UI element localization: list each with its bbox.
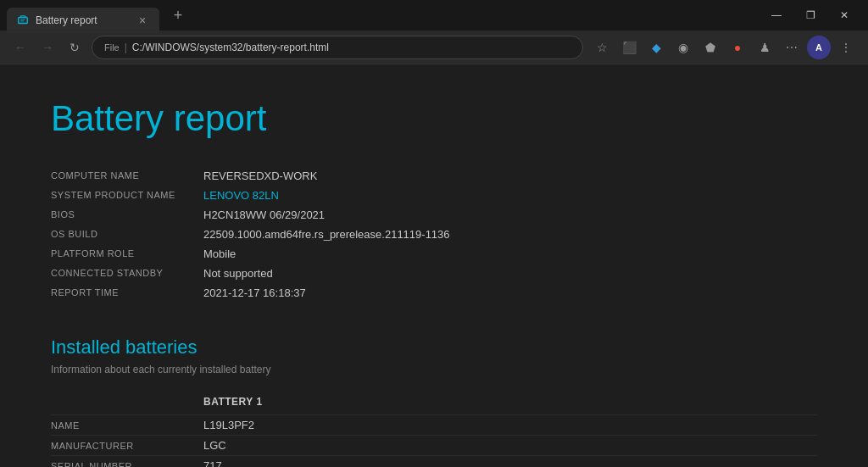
- tab-close-button[interactable]: ×: [136, 14, 149, 27]
- address-separator: |: [125, 42, 127, 53]
- battery-row-label: NAME: [51, 420, 203, 431]
- extensions-button[interactable]: ⋯: [780, 36, 804, 59]
- info-label: PLATFORM ROLE: [51, 247, 203, 259]
- battery-row-label: MANUFACTURER: [51, 441, 203, 451]
- info-label: COMPUTER NAME: [51, 170, 203, 181]
- info-value: Mobile: [203, 247, 236, 260]
- forward-button[interactable]: →: [37, 37, 58, 58]
- info-value: 22509.1000.amd64fre.rs_prerelease.211119…: [203, 228, 450, 241]
- info-label: CONNECTED STANDBY: [51, 267, 203, 278]
- info-label: BIOS: [51, 208, 203, 220]
- window-controls: — ❐ ✕: [760, 0, 861, 31]
- info-row: CONNECTED STANDBY Not supported: [51, 264, 817, 283]
- info-label: OS BUILD: [51, 228, 203, 239]
- info-label: REPORT TIME: [51, 286, 203, 297]
- info-value: LENOVO 82LN: [203, 189, 279, 202]
- address-bar: ← → ↻ File | C:/WINDOWS/system32/battery…: [0, 31, 868, 64]
- battery-data-row: MANUFACTURER LGC: [51, 435, 817, 455]
- info-value: Not supported: [203, 267, 273, 280]
- info-value: REVERSEDXD-WORK: [203, 170, 317, 182]
- extension-icon-6[interactable]: ♟: [753, 36, 776, 59]
- new-tab-button[interactable]: +: [166, 3, 190, 27]
- tab-bar: Battery report × + — ❐ ✕: [0, 0, 868, 31]
- info-value: H2CN18WW 06/29/2021: [203, 208, 325, 221]
- address-url: C:/WINDOWS/system32/battery-report.html: [132, 42, 329, 53]
- star-icon[interactable]: ☆: [590, 36, 614, 59]
- info-row: PLATFORM ROLE Mobile: [51, 244, 817, 264]
- page-content: Battery report COMPUTER NAME REVERSEDXD-…: [0, 64, 868, 467]
- address-input[interactable]: File | C:/WINDOWS/system32/battery-repor…: [92, 36, 583, 59]
- battery-data-row: NAME L19L3PF2: [51, 414, 817, 435]
- profile-icon[interactable]: A: [807, 36, 831, 59]
- battery-table: BATTERY 1 NAME L19L3PF2 MANUFACTURER LGC…: [51, 392, 817, 467]
- battery-data-row: SERIAL NUMBER 717: [51, 455, 817, 467]
- browser-chrome: Battery report × + — ❐ ✕ ← → ↻ File | C:…: [0, 0, 868, 64]
- installed-batteries-subtitle: Information about each currently install…: [51, 364, 817, 375]
- refresh-button[interactable]: ↻: [64, 37, 85, 58]
- info-row: SYSTEM PRODUCT NAME LENOVO 82LN: [51, 186, 817, 205]
- installed-batteries-section: Installed batteries Information about ea…: [51, 336, 817, 467]
- info-row: OS BUILD 22509.1000.amd64fre.rs_prerelea…: [51, 225, 817, 244]
- info-row: REPORT TIME 2021-12-17 16:18:37: [51, 283, 817, 303]
- close-button[interactable]: ✕: [827, 0, 861, 31]
- system-info-table: COMPUTER NAME REVERSEDXD-WORK SYSTEM PRO…: [51, 166, 817, 303]
- extension-icon-4[interactable]: ⬟: [698, 36, 722, 59]
- extension-icon-2[interactable]: ◆: [644, 36, 668, 59]
- battery-row-value: 717: [203, 459, 373, 467]
- back-button[interactable]: ←: [10, 37, 31, 58]
- extension-icon-3[interactable]: ◉: [671, 36, 695, 59]
- svg-rect-0: [19, 18, 28, 24]
- svg-rect-1: [20, 16, 25, 18]
- battery-row-value: L19L3PF2: [203, 419, 373, 431]
- battery-row-label: SERIAL NUMBER: [51, 461, 203, 468]
- address-prefix: File: [104, 42, 120, 53]
- page-title: Battery report: [51, 98, 817, 139]
- info-row: BIOS H2CN18WW 06/29/2021: [51, 205, 817, 225]
- info-value: 2021-12-17 16:18:37: [203, 286, 306, 299]
- maximize-button[interactable]: ❐: [793, 0, 827, 31]
- battery-row-value: LGC: [203, 439, 373, 452]
- tab-title: Battery report: [36, 14, 129, 26]
- active-tab[interactable]: Battery report ×: [7, 8, 159, 33]
- extension-icon-5[interactable]: ●: [726, 36, 749, 59]
- battery-col-label-empty: [51, 396, 203, 408]
- extension-icon-1[interactable]: ⬛: [617, 36, 641, 59]
- battery-col-header: BATTERY 1: [203, 396, 373, 408]
- minimize-button[interactable]: —: [760, 0, 793, 31]
- info-row: COMPUTER NAME REVERSEDXD-WORK: [51, 166, 817, 186]
- battery-header-row: BATTERY 1: [51, 392, 817, 411]
- info-label: SYSTEM PRODUCT NAME: [51, 189, 203, 200]
- toolbar-icons: ☆ ⬛ ◆ ◉ ⬟ ● ♟ ⋯ A ⋮: [590, 36, 858, 59]
- menu-button[interactable]: ⋮: [834, 36, 858, 59]
- installed-batteries-title: Installed batteries: [51, 336, 817, 359]
- tab-favicon-icon: [17, 14, 29, 26]
